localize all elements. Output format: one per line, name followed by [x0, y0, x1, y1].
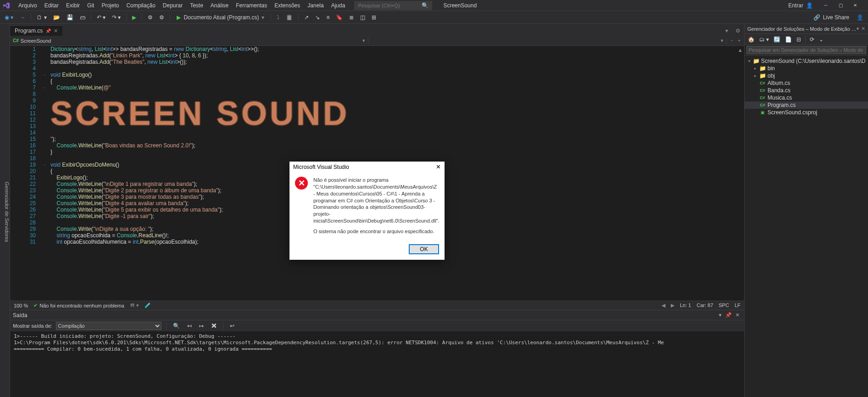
nav-left-icon[interactable]: ◀	[662, 302, 665, 308]
maximize-button[interactable]: ▢	[837, 2, 844, 9]
refresh-icon[interactable]: ⟳	[808, 36, 816, 43]
tree-item-musica-cs[interactable]: C#Musica.cs	[745, 94, 868, 101]
tab-settings-icon[interactable]: ⚙	[734, 26, 742, 36]
step-btn2[interactable]: 📋	[284, 12, 295, 22]
dialog-close-icon[interactable]: ✕	[436, 163, 441, 170]
menu-item-janela[interactable]: Janela	[304, 1, 327, 10]
home-icon[interactable]: 🏠	[746, 36, 756, 43]
code-line[interactable]: {	[50, 78, 744, 84]
tree-item-bin[interactable]: ▸📁bin	[745, 65, 868, 72]
output-close-icon[interactable]: ✕	[734, 312, 741, 318]
zoom-level[interactable]: 100 %	[14, 303, 28, 308]
tree-item-obj[interactable]: ▸📁obj	[745, 72, 868, 79]
code-line[interactable]: Dictionary<string, List<int>> bandasRegi…	[50, 46, 744, 52]
tree-item-album-cs[interactable]: C#Album.cs	[745, 79, 868, 87]
no-issues-indicator[interactable]: ✔ Não foi encontrado nenhum problema	[33, 302, 124, 308]
new-file-button[interactable]: 🗋 ▾	[35, 12, 48, 22]
output-source-select[interactable]: Compilação	[56, 322, 161, 330]
view-switch-icon[interactable]: 🗂 ▾	[758, 36, 770, 43]
start-debug-small[interactable]: ▶	[130, 12, 138, 22]
menu-item-depurar[interactable]: Depurar	[159, 1, 186, 10]
output-dropdown-icon[interactable]: ▾	[717, 312, 723, 318]
navbar-project-combo[interactable]: C# ScreenSound ▾	[10, 38, 368, 44]
accounts-button[interactable]: 👤	[855, 12, 865, 22]
undo-button[interactable]: ↶ ▾	[95, 12, 107, 22]
menu-item-ajuda[interactable]: Ajuda	[328, 1, 349, 10]
menu-item-teste[interactable]: Teste	[186, 1, 207, 10]
menu-item-arquivo[interactable]: Arquivo	[15, 1, 41, 10]
minimize-button[interactable]: ─	[822, 2, 829, 9]
solution-search-input[interactable]	[746, 46, 866, 54]
tree-root[interactable]: ▾📁ScreenSound (C:\Users\leonardo.santos\…	[745, 57, 868, 65]
build-btn2[interactable]: ⚙	[157, 12, 166, 22]
output-clear-icon[interactable]: 🗙	[209, 321, 218, 331]
tree-item-banda-cs[interactable]: C#Banda.cs	[745, 87, 868, 94]
code-line[interactable]: Console.WriteLine(@"	[50, 84, 744, 91]
output-pin-icon[interactable]: 📌	[723, 312, 734, 318]
menu-item-análise[interactable]: Análise	[207, 1, 232, 10]
menu-item-exibir[interactable]: Exibir	[62, 1, 83, 10]
output-goto-prev-icon[interactable]: ↤	[185, 321, 194, 331]
menu-item-git[interactable]: Git	[83, 1, 98, 10]
code-line[interactable]: }	[50, 149, 744, 155]
nav-btn1[interactable]: ↗	[302, 12, 311, 22]
code-line[interactable]	[50, 65, 744, 72]
menu-item-editar[interactable]: Editar	[41, 1, 62, 10]
output-find-icon[interactable]: 🔍	[171, 321, 182, 331]
sync-icon[interactable]: 🔄	[772, 36, 782, 43]
live-share-button[interactable]: 🔗 Live Share	[811, 14, 852, 21]
nav-btn2[interactable]: ↘	[313, 12, 322, 22]
open-file-button[interactable]: 📂	[51, 12, 62, 22]
code-line[interactable]: void ExibirLogo()	[50, 72, 744, 78]
tree-item-program-cs[interactable]: C#Program.cs	[745, 101, 868, 109]
server-explorer-tab[interactable]: Gerenciador de Servidores	[4, 180, 10, 244]
menu-item-ferramentas[interactable]: Ferramentas	[232, 1, 271, 10]
navbar-member-combo[interactable]: ▾	[368, 38, 727, 44]
output-wordwrap-icon[interactable]: ↩	[228, 321, 236, 331]
indent-mode[interactable]: SPC	[719, 302, 729, 308]
close-tab-icon[interactable]: ✕	[54, 28, 58, 34]
menu-search-input[interactable]	[358, 3, 417, 8]
start-debug-button[interactable]: ▶ Documento Atual (Program.cs) ▾	[174, 14, 267, 21]
step-btn1[interactable]: ⤵	[275, 12, 281, 22]
forward-button[interactable]: →	[18, 12, 27, 22]
redo-button[interactable]: ↷ ▾	[110, 12, 122, 22]
collapse-icon[interactable]: ⊟	[795, 36, 802, 43]
flask-icon[interactable]: 🧪	[145, 302, 151, 308]
signin-button[interactable]: Entrar 👤	[788, 2, 813, 9]
code-line[interactable]: bandasRegistradas.Add("Linkin Park", new…	[50, 52, 744, 59]
output-goto-next-icon[interactable]: ↦	[197, 321, 206, 331]
back-button[interactable]: ◉ ▾	[3, 12, 15, 22]
tab-overflow-dropdown[interactable]: ▾	[723, 26, 730, 36]
pin-icon[interactable]: 📌	[45, 28, 51, 34]
code-line[interactable]: bandasRegistradas.Add("The Beatles", new…	[50, 59, 744, 65]
filter-icon[interactable]: ⌄	[818, 36, 825, 43]
ok-button[interactable]: OK	[409, 244, 439, 254]
split-plus-icon[interactable]: +	[736, 36, 742, 46]
nav-btn5[interactable]: ≣	[347, 12, 356, 22]
scroll-up-icon[interactable]: ▲	[737, 47, 743, 53]
show-all-icon[interactable]: 📄	[784, 36, 793, 43]
line-ending[interactable]: LF	[734, 302, 740, 308]
tree-item-screensound-csproj[interactable]: ▣ScreenSound.csproj	[745, 109, 868, 116]
close-button[interactable]: ✕	[851, 2, 859, 9]
chevron-down-icon[interactable]: ▾	[857, 26, 859, 32]
nav-btn7[interactable]: ⊞	[370, 12, 378, 22]
nav-right-icon[interactable]: ▶	[671, 302, 674, 308]
save-button[interactable]: 💾	[65, 12, 75, 22]
menu-item-projeto[interactable]: Projeto	[98, 1, 122, 10]
output-text[interactable]: 1>------ Build iniciado: projeto: Screen…	[10, 331, 744, 397]
nav-btn6[interactable]: ◫	[358, 12, 367, 22]
split-dropdown-icon[interactable]: −	[729, 36, 735, 46]
menu-item-extensões[interactable]: Extensões	[271, 1, 304, 10]
file-tab-program[interactable]: Program.cs 📌 ✕	[10, 25, 62, 36]
code-line[interactable]	[50, 155, 744, 162]
menu-search[interactable]: 🔍	[354, 1, 432, 10]
code-line[interactable]: ");	[50, 136, 744, 142]
save-all-button[interactable]: 🗃	[78, 12, 87, 22]
screwdriver-icon[interactable]: 🛠 ▾	[130, 302, 139, 308]
menu-item-compilação[interactable]: Compilação	[122, 1, 159, 10]
nav-btn3[interactable]: ≡	[324, 12, 331, 22]
code-line[interactable]: Console.WriteLine("Boas vindas ao Screen…	[50, 142, 744, 149]
build-btn[interactable]: ⚙	[146, 12, 155, 22]
